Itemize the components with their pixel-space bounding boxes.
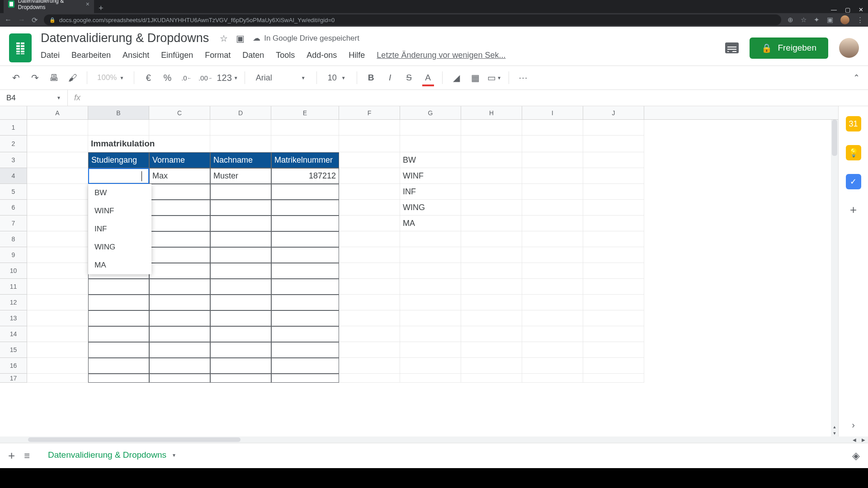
cell[interactable]	[400, 310, 461, 326]
last-edit-link[interactable]: Letzte Änderung vor wenigen Sek...	[377, 51, 505, 60]
cell[interactable]	[522, 231, 583, 247]
share-button[interactable]: 🔒 Freigeben	[750, 38, 828, 59]
cell[interactable]	[522, 136, 583, 152]
cell[interactable]	[339, 279, 400, 295]
row-header[interactable]: 11	[0, 279, 27, 295]
cell[interactable]	[149, 263, 210, 279]
col-header-e[interactable]: E	[271, 106, 339, 119]
cell[interactable]	[210, 200, 271, 216]
table-header[interactable]: Studiengang	[88, 152, 149, 168]
cell[interactable]	[210, 295, 271, 310]
sheet-tab[interactable]: Datenvalidierung & Dropdowns ▼	[39, 446, 185, 466]
cell[interactable]	[210, 279, 271, 295]
cell[interactable]	[583, 358, 644, 374]
cell[interactable]	[149, 326, 210, 342]
row-header[interactable]: 15	[0, 342, 27, 358]
italic-button[interactable]: I	[382, 70, 398, 85]
cell[interactable]	[271, 200, 339, 216]
cell[interactable]	[583, 263, 644, 279]
cell[interactable]	[583, 231, 644, 247]
browser-profile-avatar[interactable]	[840, 15, 849, 24]
font-family-select[interactable]: Arial▼	[251, 73, 310, 83]
menu-edit[interactable]: Bearbeiten	[71, 51, 111, 60]
cell[interactable]	[583, 295, 644, 310]
cell[interactable]	[271, 295, 339, 310]
address-bar[interactable]: 🔒 docs.google.com/spreadsheets/d/1JKUDAN…	[44, 14, 781, 25]
star-icon[interactable]: ☆	[220, 33, 228, 44]
cell[interactable]	[88, 295, 149, 310]
calendar-sidepanel-icon[interactable]: 31	[846, 116, 861, 131]
cell[interactable]	[339, 184, 400, 200]
new-tab-button[interactable]: +	[94, 4, 108, 13]
col-header-b[interactable]: B	[88, 106, 149, 119]
cell[interactable]	[522, 200, 583, 216]
dropdown-option[interactable]: INF	[88, 220, 151, 238]
cell[interactable]	[210, 310, 271, 326]
cell[interactable]	[210, 247, 271, 263]
row-header[interactable]: 13	[0, 310, 27, 326]
chevron-down-icon[interactable]: ▼	[172, 453, 176, 458]
nav-reload-icon[interactable]: ⟳	[32, 16, 38, 24]
cell[interactable]	[461, 295, 522, 310]
cell[interactable]	[583, 136, 644, 152]
font-size-select[interactable]: 10▼	[323, 73, 350, 83]
cell[interactable]	[522, 152, 583, 168]
cell[interactable]	[27, 120, 88, 136]
cell[interactable]	[271, 279, 339, 295]
cell[interactable]	[339, 342, 400, 358]
cell[interactable]	[88, 279, 149, 295]
cell[interactable]	[400, 326, 461, 342]
cell[interactable]	[271, 310, 339, 326]
menu-insert[interactable]: Einfügen	[161, 51, 193, 60]
cell[interactable]	[461, 358, 522, 374]
cell[interactable]	[27, 152, 88, 168]
cell[interactable]	[149, 310, 210, 326]
cell[interactable]	[88, 342, 149, 358]
row-header[interactable]: 8	[0, 231, 27, 247]
cell[interactable]	[522, 216, 583, 231]
cell[interactable]	[461, 136, 522, 152]
cell[interactable]	[149, 247, 210, 263]
cell[interactable]	[400, 358, 461, 374]
window-minimize-icon[interactable]: —	[831, 6, 837, 13]
cell[interactable]	[583, 247, 644, 263]
cell[interactable]	[339, 310, 400, 326]
keep-sidepanel-icon[interactable]: 💡	[846, 145, 861, 160]
cell[interactable]	[149, 216, 210, 231]
cell[interactable]	[583, 120, 644, 136]
strikethrough-button[interactable]: S	[401, 70, 417, 85]
cell[interactable]	[149, 374, 210, 383]
cell[interactable]	[400, 231, 461, 247]
cell[interactable]	[461, 216, 522, 231]
name-box[interactable]: B4 ▼	[0, 90, 68, 106]
cell[interactable]	[27, 310, 88, 326]
row-header[interactable]: 3	[0, 152, 27, 168]
cell[interactable]	[27, 216, 88, 231]
table-header[interactable]: Nachname	[210, 152, 271, 168]
cell[interactable]	[271, 120, 339, 136]
cell[interactable]	[27, 342, 88, 358]
cell[interactable]	[461, 342, 522, 358]
cell[interactable]	[461, 120, 522, 136]
bookmark-star-icon[interactable]: ☆	[801, 16, 807, 24]
row-header[interactable]: 14	[0, 326, 27, 342]
cell[interactable]	[27, 326, 88, 342]
cell[interactable]	[339, 136, 400, 152]
cell[interactable]	[339, 231, 400, 247]
cell[interactable]: Muster	[210, 168, 271, 184]
cell[interactable]	[339, 263, 400, 279]
increase-decimal-button[interactable]: .00→	[198, 70, 213, 85]
table-header[interactable]: Vorname	[149, 152, 210, 168]
cell[interactable]	[27, 231, 88, 247]
cell[interactable]	[583, 152, 644, 168]
cell[interactable]	[461, 326, 522, 342]
cell[interactable]	[339, 374, 400, 383]
cell[interactable]	[583, 342, 644, 358]
window-close-icon[interactable]: ✕	[859, 6, 863, 13]
horizontal-scrollbar[interactable]: ◀▶	[0, 436, 868, 443]
add-sheet-button[interactable]: +	[8, 449, 15, 463]
cell[interactable]	[210, 358, 271, 374]
cell[interactable]	[149, 358, 210, 374]
cell[interactable]	[271, 216, 339, 231]
cell[interactable]	[210, 342, 271, 358]
